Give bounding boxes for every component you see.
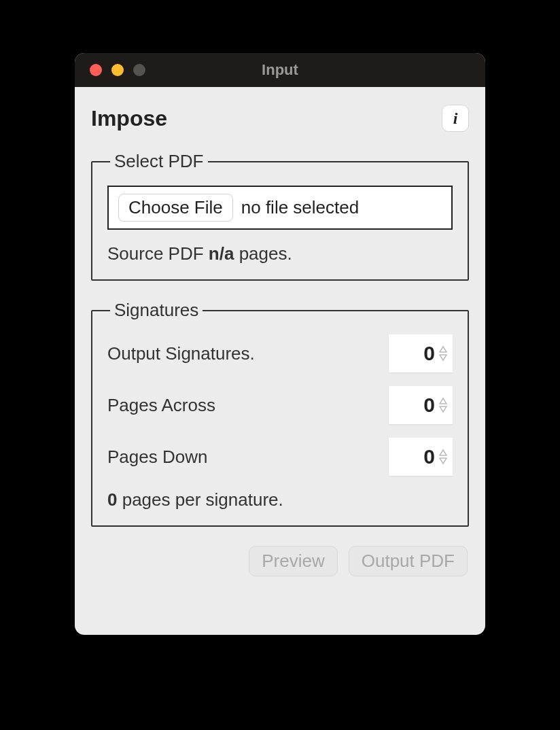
info-button[interactable]: i (442, 105, 469, 132)
info-icon: i (453, 109, 458, 128)
output-signatures-stepper[interactable]: 0 (389, 334, 453, 372)
signatures-legend: Signatures (110, 300, 203, 321)
output-signatures-label: Output Signatures. (107, 343, 255, 364)
file-selected-label: no file selected (241, 197, 359, 218)
source-page-count: n/a (209, 243, 234, 264)
output-signatures-value: 0 (423, 342, 435, 365)
pages-per-signature-suffix: pages per signature. (117, 489, 283, 510)
signatures-group: Signatures Output Signatures. 0 Pages Ac… (91, 300, 469, 527)
pages-across-row: Pages Across 0 (107, 386, 453, 424)
footer-row: Preview Output PDF (91, 546, 469, 576)
stepper-icon (438, 449, 449, 465)
pages-across-value: 0 (423, 394, 435, 417)
output-signatures-row: Output Signatures. 0 (107, 334, 453, 372)
select-pdf-group: Select PDF Choose File no file selected … (91, 151, 469, 281)
choose-file-button[interactable]: Choose File (118, 194, 233, 222)
pages-across-label: Pages Across (107, 395, 215, 416)
minimize-icon[interactable] (111, 64, 124, 76)
pages-down-stepper[interactable]: 0 (389, 438, 453, 476)
header-row: Impose i (91, 105, 469, 132)
window: Input Impose i Select PDF Choose File no… (75, 53, 485, 635)
pages-down-row: Pages Down 0 (107, 438, 453, 476)
content: Impose i Select PDF Choose File no file … (75, 87, 485, 593)
select-pdf-legend: Select PDF (110, 151, 208, 172)
traffic-lights (75, 64, 145, 76)
pages-across-stepper[interactable]: 0 (389, 386, 453, 424)
pages-down-label: Pages Down (107, 447, 207, 468)
pages-per-signature-line: 0 pages per signature. (107, 489, 453, 510)
page-title: Impose (91, 106, 167, 131)
source-prefix: Source PDF (107, 243, 209, 264)
preview-button[interactable]: Preview (249, 546, 337, 576)
output-pdf-button[interactable]: Output PDF (349, 546, 468, 576)
zoom-icon[interactable] (133, 64, 145, 76)
source-pages-line: Source PDF n/a pages. (107, 243, 453, 264)
pages-per-signature-count: 0 (107, 489, 117, 510)
close-icon[interactable] (90, 64, 102, 76)
pages-down-value: 0 (423, 445, 435, 468)
stepper-icon (438, 345, 449, 362)
stepper-icon (438, 397, 449, 413)
source-suffix: pages. (234, 243, 292, 264)
titlebar: Input (75, 53, 485, 87)
file-input-row: Choose File no file selected (107, 186, 453, 230)
